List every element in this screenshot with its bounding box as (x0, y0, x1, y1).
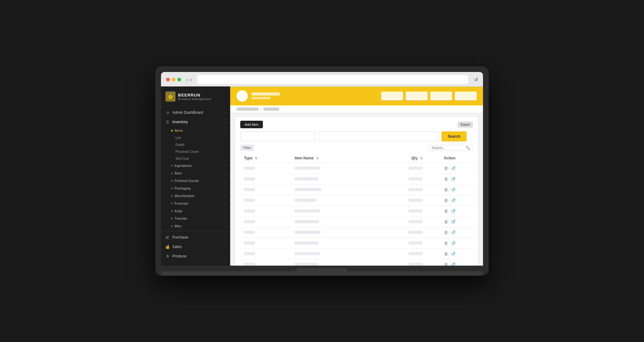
browser-nav: ‹ › (187, 77, 192, 82)
kegs-arrow-icon: › (225, 209, 226, 213)
restore-icon[interactable]: ↺ (451, 187, 455, 193)
url-bar[interactable] (197, 75, 468, 84)
sidebar-item-admin[interactable]: ⊙ Admin DashBoard › (161, 108, 230, 117)
search-button[interactable]: Search (441, 131, 467, 141)
sidebar-item-forecast[interactable]: Forecast › (161, 200, 230, 207)
delete-icon[interactable]: 🗑 (444, 187, 448, 192)
row-type-cell (240, 206, 291, 217)
restore-icon[interactable]: ↺ (451, 208, 455, 214)
forward-button[interactable]: › (190, 77, 192, 82)
table-row: 🗑↺ (240, 174, 473, 185)
restore-icon[interactable]: ↺ (451, 251, 455, 257)
logo-area: BEERRUN Brewery Management (161, 86, 230, 107)
col-qty: Qty ⇅ (374, 153, 426, 163)
restore-icon[interactable]: ↺ (451, 229, 455, 235)
delete-icon[interactable]: 🗑 (444, 166, 448, 171)
search-icon: 🔍 (466, 146, 470, 150)
laptop-frame: ‹ › ↺ BEERRUN (155, 66, 489, 276)
row-action-cell: 🗑↺ (426, 195, 473, 206)
export-button[interactable]: Export (458, 122, 473, 128)
user-info (252, 92, 280, 99)
delete-icon[interactable]: 🗑 (444, 230, 448, 235)
sidebar-item-ingredients[interactable]: Ingredients › (161, 162, 230, 169)
sidebar-item-merchandise[interactable]: Merchandise › (161, 192, 230, 200)
admin-arrow-icon: › (225, 111, 226, 114)
delete-icon[interactable]: 🗑 (444, 251, 448, 256)
restore-icon[interactable]: ↺ (451, 197, 455, 203)
delete-icon[interactable]: 🗑 (444, 177, 448, 181)
topbar-btn-4[interactable] (455, 91, 477, 100)
delete-icon[interactable]: 🗑 (444, 241, 448, 245)
table-search-input[interactable] (432, 146, 466, 150)
sidebar-item-list[interactable]: List (161, 134, 230, 141)
col-item-name: Item Name ⇅ (291, 153, 374, 163)
restore-icon[interactable]: ↺ (451, 165, 455, 171)
sidebar-item-items[interactable]: Items › (161, 127, 230, 134)
topbar-btn-3[interactable] (430, 91, 452, 100)
divider-1 (161, 231, 230, 231)
sidebar-item-inventory[interactable]: ☰ Inventory › (161, 117, 230, 127)
sidebar-forecast-label: Forecast (175, 201, 188, 205)
sidebar-item-transfer[interactable]: Transfer › (161, 215, 230, 222)
misc-arrow-icon: › (225, 224, 226, 228)
name-filter-input[interactable] (319, 131, 438, 141)
row-type-cell (240, 217, 291, 227)
sidebar-item-detail[interactable]: Detail (161, 141, 230, 148)
qty-sort-icon[interactable]: ⇅ (420, 157, 423, 160)
merchandise-arrow-icon: › (225, 194, 226, 198)
restore-icon[interactable]: ↺ (451, 176, 455, 182)
row-action-cell: 🗑↺ (426, 174, 473, 185)
delete-icon[interactable]: 🗑 (444, 209, 448, 213)
sidebar-item-sales[interactable]: 💰 Sales › (161, 242, 230, 251)
topbar-btn-1[interactable] (381, 91, 403, 100)
type-sort-icon[interactable]: ⇅ (255, 157, 257, 160)
add-item-button[interactable]: Add Item (240, 121, 263, 128)
sidebar-item-kegs[interactable]: Kegs › (161, 207, 230, 215)
sidebar-item-produce[interactable]: ⚙ Produce › (161, 251, 230, 261)
finished-goods-dot-icon (171, 180, 173, 182)
sidebar-inventory-label: Inventory (172, 120, 188, 124)
table-row: 🗑↺ (240, 195, 473, 206)
sidebar-item-purchase[interactable]: 🛒 Purchase › (161, 233, 230, 242)
row-qty-cell (374, 174, 426, 185)
laptop-bottom (161, 266, 483, 271)
sidebar-item-packaging[interactable]: Packaging › (161, 185, 230, 192)
sidebar-item-std-cost[interactable]: Std Cost (161, 155, 230, 162)
row-qty-cell (374, 259, 426, 266)
sidebar-std-cost-label: Std Cost (175, 157, 189, 160)
reload-button[interactable]: ↺ (474, 77, 478, 83)
row-action-cell: 🗑↺ (426, 217, 473, 227)
restore-icon[interactable]: ↺ (451, 262, 455, 266)
type-filter-input[interactable] (240, 131, 316, 141)
restore-icon[interactable]: ↺ (451, 219, 455, 225)
finished-goods-arrow-icon: › (225, 179, 226, 183)
sidebar-item-physical-count[interactable]: Physical Count (161, 148, 230, 155)
brand-name: BEERRUN (178, 93, 211, 97)
sidebar-list-label: List (175, 136, 181, 140)
close-button-tl[interactable] (166, 78, 170, 81)
name-sort-icon[interactable]: ⇅ (316, 157, 319, 160)
topbar-btn-2[interactable] (406, 91, 428, 100)
forecast-arrow-icon: › (225, 202, 226, 205)
produce-arrow-icon: › (225, 255, 226, 258)
sidebar-item-finished-goods[interactable]: Finished Goods › (161, 177, 230, 185)
content-body: Add Item Export Search (230, 113, 483, 266)
back-button[interactable]: ‹ (187, 77, 188, 82)
sidebar-item-beer[interactable]: Beer › (161, 169, 230, 177)
top-bar (230, 86, 483, 105)
restore-icon[interactable]: ↺ (451, 240, 455, 246)
sidebar-item-misc[interactable]: Misc › (161, 222, 230, 230)
row-type-cell (240, 249, 291, 259)
user-role-placeholder (252, 97, 270, 99)
sidebar-kegs-label: Kegs (175, 209, 182, 213)
delete-icon[interactable]: 🗑 (444, 262, 448, 266)
minimize-button-tl[interactable] (172, 78, 175, 81)
row-type-cell (240, 227, 291, 238)
delete-icon[interactable]: 🗑 (444, 219, 448, 224)
row-qty-cell (374, 238, 426, 249)
delete-icon[interactable]: 🗑 (444, 198, 448, 203)
row-name-cell (291, 163, 374, 174)
table-search-box[interactable]: 🔍 (429, 145, 473, 151)
row-name-cell (291, 227, 374, 238)
maximize-button-tl[interactable] (177, 78, 181, 81)
